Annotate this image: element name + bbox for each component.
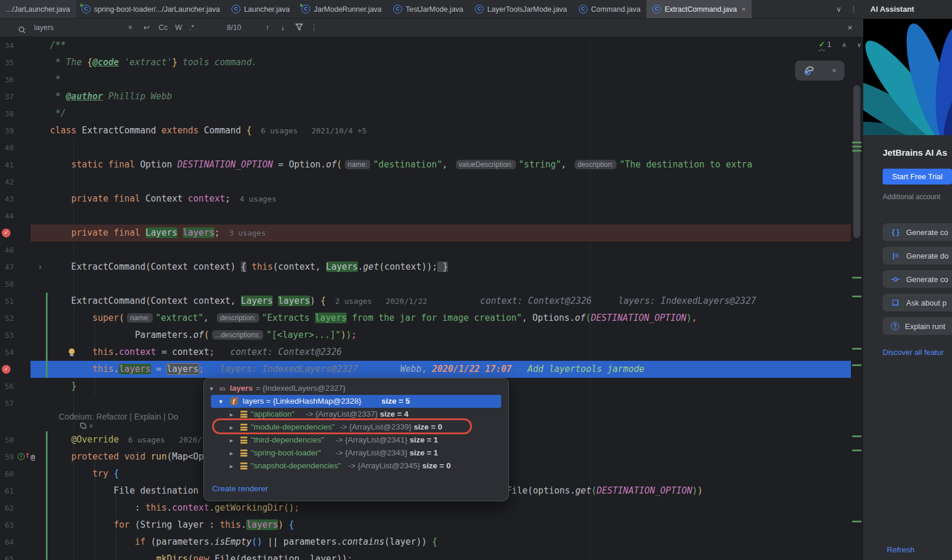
java-class-icon: C [232,5,240,14]
search-icon[interactable] [18,19,27,36]
chevron-down-icon: ▾ [219,395,223,408]
fold-chevron-icon[interactable]: › [38,259,42,276]
search-match-stripe-mark[interactable] [852,277,862,279]
ai-action-button[interactable]: -o-Generate co [883,270,952,288]
editor-tab[interactable]: .../JarLauncher.java [0,0,76,18]
refresh-link[interactable]: Refresh [887,545,914,554]
close-find-bar-icon[interactable]: × [847,19,853,36]
variable-row-map[interactable]: ▾flayers = {LinkedHashMap@2328} size = 5 [211,395,501,408]
editor-tab[interactable]: CTestJarMode.java [387,0,469,18]
ai-action-button[interactable]: { }Generate co [883,223,952,241]
search-input[interactable]: layers [34,19,53,36]
search-match-stripe-mark[interactable] [852,364,862,366]
line-number: 42 [5,173,29,190]
map-entry-icon [240,411,247,418]
tab-label: .../JarLauncher.java [6,5,70,14]
ai-panel-title: AI Assistant [870,0,914,19]
next-problem-chevron-icon[interactable]: ∨ [857,41,862,48]
words-toggle[interactable]: W [175,19,182,36]
editor-tab[interactable]: CJarModeRunner.java [296,0,387,18]
editor-tab[interactable]: CLauncher.java [226,0,296,18]
code-line: ✓ private final Layers layers; 3 usages [0,224,863,242]
ai-action-button[interactable]: ?Explain runt [883,317,952,335]
codeium-refresh-icon[interactable] [803,65,816,76]
editor-tab[interactable]: Cspring-boot-loader/.../JarLauncher.java [76,0,226,18]
line-number: 64 [5,534,29,551]
clear-search-icon[interactable]: × [128,19,132,36]
ai-action-label: Generate co [906,228,948,237]
inspections-widget[interactable]: ✓ 1 ∧ ∨ [819,40,862,49]
match-case-toggle[interactable]: Cc [159,19,167,36]
search-match-stripe-mark[interactable] [852,348,862,350]
breakpoint-icon[interactable]: ✓ [2,229,11,237]
code-editor[interactable]: 34/**35 * The {@code 'extract'} tools co… [0,36,863,560]
line-number: 54 [5,344,29,361]
search-match-stripe-mark[interactable] [852,150,862,152]
editor-tab[interactable]: CCommand.java [573,0,646,18]
map-entry-row[interactable]: ▸"application" -> {ArrayList@2337} size … [204,408,508,421]
map-entry-row[interactable]: ▸"spring-boot-loader" -> {ArrayList@2343… [204,447,508,460]
chevron-right-icon: ▸ [230,460,233,472]
scrollbar-stripe [851,36,863,560]
tab-options-kebab-icon[interactable]: ⋮ [850,5,857,14]
ai-note: Additional account [883,193,940,201]
map-entry-row[interactable]: ▸"module-dependencies" -> {ArrayList@233… [204,421,508,434]
regex-toggle[interactable]: .* [189,19,194,36]
code-line: 39class ExtractCommand extends Command {… [0,122,863,139]
variable-row-root[interactable]: ▾∞layers = {IndexedLayers@2327} [204,382,508,395]
map-entry-row[interactable]: ▸"third-dependencies" -> {ArrayList@2341… [204,434,508,447]
chevron-right-icon: ▸ [230,421,233,434]
search-match-stripe-mark[interactable] [852,296,862,297]
close-widget-icon[interactable]: × [832,66,836,75]
breakpoint-icon[interactable]: ✓ [2,365,11,374]
line-number: 60 [5,465,29,482]
editor-tab-bar: .../JarLauncher.javaCspring-boot-loader/… [0,0,863,19]
ai-action-button[interactable]: ❑Ask about p [883,294,952,311]
code-line: 34/** [0,37,863,54]
next-match-arrow-icon[interactable]: ↓ [281,19,284,36]
overrides-method-icon[interactable]: I [18,453,25,460]
start-free-trial-button[interactable]: Start Free Trial [883,169,952,185]
override-arrow-icon: ↑ [25,448,30,464]
code-line: 38 */ [0,105,863,122]
search-match-stripe-mark[interactable] [852,521,862,522]
java-class-icon: C [475,5,484,14]
document-lines-icon: |≡ [891,252,900,260]
search-options-kebab-icon[interactable]: ⋮ [310,19,318,36]
map-entry-row[interactable]: ▸"snapshot-dependencies" -> {ArrayList@2… [204,460,508,472]
prev-problem-chevron-icon[interactable]: ∧ [842,41,846,48]
codeium-actions-label[interactable]: Codeium: Refactor | Explain | Do [59,412,178,421]
search-match-stripe-mark[interactable] [852,146,862,147]
ai-assistant-panel: AI Assistant JetBrains AI As Start Free … [863,0,952,560]
intention-bulb-icon[interactable] [69,348,75,354]
map-entry-icon [240,424,247,431]
line-number: 39 [5,122,29,139]
ai-action-label: Generate do [906,252,948,260]
inspection-count: 1 [827,40,832,49]
discover-features-link[interactable]: Discover all featur [883,348,944,357]
prev-match-arrow-icon[interactable]: ↑ [266,19,269,36]
line-number: 62 [5,499,29,517]
search-match-stripe-mark[interactable] [852,142,862,143]
newline-icon[interactable]: ↩ [143,19,149,36]
run-badge-icon [81,4,83,7]
ai-action-button[interactable]: |≡Generate do [883,247,952,264]
search-match-stripe-mark[interactable] [852,435,862,437]
filter-funnel-icon[interactable] [295,23,303,32]
search-match-stripe-mark[interactable] [852,450,862,451]
create-renderer-link[interactable]: Create renderer [212,484,268,493]
ai-artwork [863,19,952,135]
codeium-floating-widget[interactable]: × [795,61,844,81]
editor-tab[interactable]: CLayerToolsJarMode.java [469,0,573,18]
close-tab-icon[interactable]: × [742,5,746,14]
code-line: 50 [0,276,863,293]
editor-tab[interactable]: CExtractCommand.java× [646,0,752,18]
annotation-gutter-icon: @ [31,448,35,465]
tab-label: ExtractCommand.java [665,5,737,14]
hidden-tabs-chevron-icon[interactable]: ∨ [836,5,842,14]
line-number: 43 [5,190,29,207]
codeium-icon[interactable]: ∨ [80,422,93,430]
scrollbar-thumb[interactable] [853,85,860,238]
line-number: 40 [5,139,29,156]
line-number: 47 [5,259,29,276]
